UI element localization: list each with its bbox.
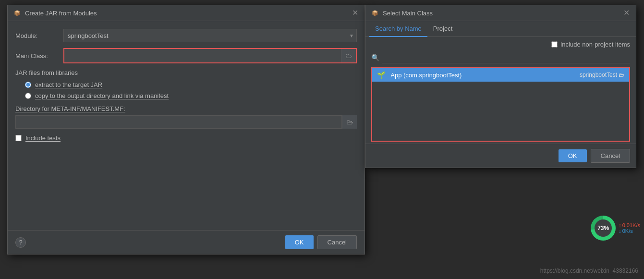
download-speed: ↓ 0K/s [619,228,640,234]
create-jar-dialog: 📦 Create JAR from Modules ✕ Module: spri… [7,5,365,255]
search-icon: 🔍 [371,54,379,61]
results-list: 🌱 ▪ App (com.springbootTest) springbootT… [371,67,630,142]
main-class-row: Main Class: 🗁 [15,48,357,63]
cpu-progress-circle: 73% [591,216,616,241]
copy-label: copy to the output directory and link vi… [35,92,169,99]
main-class-input[interactable] [64,49,341,62]
jar-files-section-title: JAR files from libraries [15,69,357,76]
meta-input-row: 🗁 [15,115,357,129]
module-dropdown[interactable]: springbootTest [63,29,357,42]
include-tests-label: Include tests [25,134,61,142]
include-non-project-row: Include non-project items [365,37,636,50]
jar-dialog-close-button[interactable]: ✕ [351,9,359,17]
select-dialog-title-text: Select Main Class [383,10,433,17]
jar-dialog-title: 📦 Create JAR from Modules [13,9,97,17]
select-cancel-button[interactable]: Cancel [591,149,630,163]
main-class-label: Main Class: [15,52,63,60]
include-non-project-checkbox[interactable] [551,41,558,48]
jar-ok-button[interactable]: OK [285,235,314,249]
upload-speed: ↑ 0.01K/s [619,222,640,228]
extract-radio[interactable] [25,82,31,88]
jar-dialog-footer: ? OK Cancel [8,230,365,254]
select-dialog-title: 📦 Select Main Class [371,9,433,17]
url-text: https://blog.csdn.net/weixin_43832166 [540,267,638,274]
main-class-browse-button[interactable]: 🗁 [341,49,356,62]
result-class-name: App (com.springbootTest) [390,72,580,79]
jar-options-group: extract to the target JAR copy to the ou… [25,81,357,99]
module-label: Module: [15,32,63,39]
download-speed-value: 0K/s [622,228,633,234]
network-widget: 73% ↑ 0.01K/s ↓ 0K/s [591,216,640,241]
include-tests-checkbox[interactable] [15,135,22,141]
jar-footer-actions: OK Cancel [285,235,357,249]
meta-section: Directory for META-INF/MANIFEST.MF: 🗁 [15,105,357,129]
extract-option-row: extract to the target JAR [25,81,357,88]
meta-dir-label: Directory for META-INF/MANIFEST.MF: [15,105,357,112]
select-icon: 📦 [371,9,379,17]
search-row: 🔍 [365,50,636,65]
folder-icon: 🗁 [619,72,624,78]
search-input[interactable] [382,52,630,63]
cpu-percent-text: 73% [597,225,609,231]
tab-search-by-name[interactable]: Search by Name [369,21,427,37]
main-class-input-wrapper: 🗁 [63,48,357,63]
jar-cancel-button[interactable]: Cancel [317,235,357,249]
spring-icon: 🌱 [377,71,385,79]
url-bar: https://blog.csdn.net/weixin_43832166 [540,267,638,274]
copy-radio[interactable] [25,93,31,99]
arrow-down-icon: ↓ [619,228,621,234]
select-main-class-dialog: 📦 Select Main Class ✕ Search by Name Pro… [365,5,636,168]
help-button[interactable]: ? [15,237,26,248]
module-dropdown-wrapper: springbootTest ▼ [63,29,357,42]
result-module-name: springbootTest 🗁 [580,72,624,78]
class-module-icon: ▪ [387,72,389,78]
jar-dialog-body: Module: springbootTest ▼ Main Class: 🗁 J… [8,21,365,230]
select-dialog-close-button[interactable]: ✕ [622,9,630,17]
meta-dir-browse-button[interactable]: 🗁 [342,115,357,129]
select-dialog-footer: OK Cancel [365,144,636,168]
module-row: Module: springbootTest ▼ [15,29,357,42]
jar-icon: 📦 [13,9,21,17]
include-non-project-label: Include non-project items [560,41,630,48]
select-ok-button[interactable]: OK [559,149,587,162]
jar-dialog-titlebar: 📦 Create JAR from Modules ✕ [8,5,365,21]
select-dialog-titlebar: 📦 Select Main Class ✕ [365,5,636,21]
tab-project[interactable]: Project [427,21,458,37]
copy-option-row: copy to the output directory and link vi… [25,92,357,99]
upload-speed-value: 0.01K/s [622,222,640,228]
jar-dialog-title-text: Create JAR from Modules [25,10,97,17]
meta-dir-input[interactable] [15,115,342,129]
network-stats: ↑ 0.01K/s ↓ 0K/s [619,222,640,234]
result-item[interactable]: 🌱 ▪ App (com.springbootTest) springbootT… [372,68,629,82]
include-tests-row: Include tests [15,134,357,142]
arrow-up-icon: ↑ [619,222,621,228]
select-dialog-tabs: Search by Name Project [365,21,636,37]
extract-label: extract to the target JAR [35,81,102,88]
